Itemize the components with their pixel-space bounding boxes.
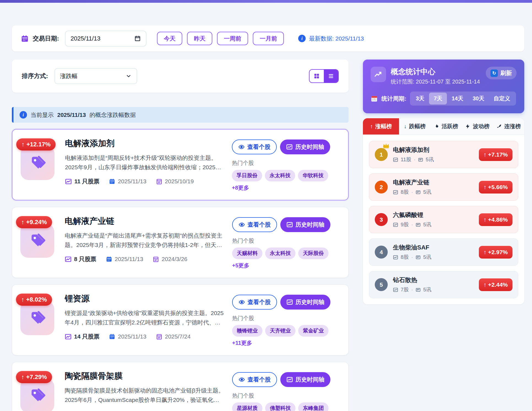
view-stocks-button[interactable]: 查看个股 xyxy=(232,217,277,232)
date-picker-icon[interactable] xyxy=(134,35,141,42)
tab-volatility[interactable]: 波动榜 xyxy=(462,118,493,135)
news-icon xyxy=(416,255,421,260)
stock-chip[interactable]: 华软科技 xyxy=(298,170,328,181)
arrow-up-icon: ↑ xyxy=(21,219,24,226)
trade-date-input[interactable]: 2025/11/13 xyxy=(65,31,146,47)
concept-card[interactable]: ↑+8.02% 锂资源 锂资源是“政策驱动+供给收缩”双重逻辑共振的投资主题。2… xyxy=(12,284,349,355)
stock-chip[interactable]: 紫金矿业 xyxy=(298,325,329,337)
stock-chip[interactable]: 佛塑科技 xyxy=(265,402,295,411)
stock-chip[interactable]: 孚日股份 xyxy=(232,170,262,181)
concept-card[interactable]: ↑+7.29% 陶瓷隔膜骨架膜 陶瓷隔膜骨架膜是技术创新驱动的固态电池产业链β升… xyxy=(12,362,349,411)
sort-selected-value: 涨跌幅 xyxy=(60,72,77,80)
period-30d[interactable]: 30天 xyxy=(468,93,489,104)
dot-separator: · xyxy=(414,157,416,163)
update-date: 2025/11/13 xyxy=(118,178,146,185)
today-button[interactable]: 今天 xyxy=(157,32,182,45)
change-value: +2.97% xyxy=(488,249,508,256)
tab-active[interactable]: 活跃榜 xyxy=(430,118,462,135)
view-stocks-button[interactable]: 查看个股 xyxy=(232,295,277,310)
change-value: +12.17% xyxy=(26,141,50,148)
week-ago-button[interactable]: 一周前 xyxy=(217,32,248,45)
chart-icon xyxy=(393,287,398,292)
arrow-up-icon: ↑ xyxy=(484,184,487,190)
stock-chip[interactable]: 赣锋锂业 xyxy=(232,325,262,337)
crown-icon xyxy=(382,143,390,149)
chevron-down-icon xyxy=(126,73,132,79)
change-badge: ↑+12.17% xyxy=(16,138,56,151)
hot-stocks-label: 热门个股 xyxy=(232,315,340,322)
news-icon xyxy=(416,222,421,227)
bolt-icon xyxy=(465,124,470,129)
stock-chip[interactable]: 天赐材料 xyxy=(232,248,262,259)
ranking-item[interactable]: 2 电解液产业链 8股 · 5讯 ↑+5.66% xyxy=(369,173,518,201)
tab-losers[interactable]: ↓跌幅榜 xyxy=(399,118,430,135)
arrow-up-icon: ↑ xyxy=(484,249,487,256)
tab-gainers[interactable]: ↑涨幅榜 xyxy=(363,118,399,135)
change-value: +7.17% xyxy=(488,151,508,158)
hot-stocks-label: 热门个股 xyxy=(232,237,340,245)
tab-label: 波动榜 xyxy=(473,123,489,130)
stock-count: 11 只股票 xyxy=(74,178,99,185)
history-timeline-button[interactable]: 历史时间轴 xyxy=(280,295,330,310)
concept-stats: 11股 · 5讯 xyxy=(393,156,434,163)
history-timeline-button[interactable]: 历史时间轴 xyxy=(280,217,330,232)
chart-icon xyxy=(393,255,398,260)
stock-chip[interactable]: 永太科技 xyxy=(265,170,295,181)
hot-stock-chips: 孚日股份 永太科技 华软科技 +8更多 xyxy=(232,170,340,192)
history-timeline-button[interactable]: 历史时间轴 xyxy=(280,372,330,387)
month-ago-button[interactable]: 一月前 xyxy=(253,32,284,45)
chart-icon xyxy=(393,190,398,195)
change-badge: ↑+8.02% xyxy=(16,294,52,306)
sort-select[interactable]: 涨跌幅 xyxy=(55,68,137,84)
period-label: 统计周期: xyxy=(381,95,406,103)
more-stocks-link[interactable]: +5更多 xyxy=(232,262,249,269)
change-value: +7.29% xyxy=(26,374,47,381)
period-custom[interactable]: 自定义 xyxy=(489,93,515,104)
tag-icon xyxy=(29,310,46,327)
view-stocks-button[interactable]: 查看个股 xyxy=(232,139,277,154)
concept-description: 陶瓷隔膜骨架膜是技术创新驱动的固态电池产业链β升级主题。2025年6月，Quan… xyxy=(65,386,225,405)
list-view-button[interactable] xyxy=(324,70,338,82)
ranking-item[interactable]: 1 电解液添加剂 11股 · 5讯 ↑+7.17% xyxy=(369,141,518,168)
period-7d[interactable]: 7天 xyxy=(429,93,447,104)
concept-title: 锂资源 xyxy=(65,293,225,304)
list-icon xyxy=(328,73,334,79)
concept-card[interactable]: ↑+12.17% 电解液添加剂 电解液添加剂是“周期反转+技术升级”双轮驱动的投… xyxy=(12,129,349,200)
period-3d[interactable]: 3天 xyxy=(411,93,429,104)
ranking-item[interactable]: 5 钻石散热 7股 · 5讯 ↑+2.44% xyxy=(369,271,518,298)
stocks-chart-icon xyxy=(65,333,72,340)
grid-view-button[interactable] xyxy=(310,70,324,82)
change-value: +8.02% xyxy=(26,296,47,303)
concept-name: 六氟磷酸锂 xyxy=(393,211,431,219)
tag-tile xyxy=(20,301,54,335)
view-toggle xyxy=(309,69,339,83)
tag-tile xyxy=(21,146,55,180)
more-stocks-link[interactable]: +8更多 xyxy=(232,184,249,192)
concept-card[interactable]: ↑+9.24% 电解液产业链 电解液产业链是“产能出清尾声+需求复苏初期”的拐点… xyxy=(12,207,349,278)
period-14d[interactable]: 14天 xyxy=(447,93,468,104)
tag-icon xyxy=(29,387,46,404)
refresh-button[interactable]: ↻ 刷新 xyxy=(486,67,517,79)
arrow-up-icon: ↑ xyxy=(484,216,487,223)
rank-number: 1 xyxy=(375,148,388,161)
mini-calendar-icon xyxy=(371,95,378,102)
more-stocks-link[interactable]: +11更多 xyxy=(232,339,252,347)
stock-chip[interactable]: 天齐锂业 xyxy=(265,325,295,337)
arrow-up-icon: ↑ xyxy=(484,281,487,288)
stock-chip[interactable]: 星源材质 xyxy=(232,402,262,411)
history-timeline-button[interactable]: 历史时间轴 xyxy=(280,139,330,154)
stock-chip[interactable]: 东峰集团 xyxy=(298,402,329,411)
stock-count: 8股 xyxy=(401,254,409,261)
hot-stocks-label: 热门个股 xyxy=(232,159,340,167)
news-count: 5讯 xyxy=(426,156,434,163)
stock-chip[interactable]: 天际股份 xyxy=(298,248,329,259)
tab-streak[interactable]: 连涨榜 xyxy=(493,118,524,135)
stock-chip[interactable]: 永太科技 xyxy=(265,248,295,259)
yesterday-button[interactable]: 昨天 xyxy=(187,32,212,45)
ranking-item[interactable]: 3 六氟磷酸锂 9股 · 5讯 ↑+4.86% xyxy=(369,206,518,233)
ranking-item[interactable]: 4 生物柴油SAF 8股 · 5讯 ↑+2.97% xyxy=(369,238,518,266)
timeline-chart-icon xyxy=(286,144,293,150)
hot-stock-chips: 天赐材料 永太科技 天际股份 +5更多 xyxy=(232,248,340,269)
arrow-up-icon: ↑ xyxy=(21,296,24,303)
view-stocks-button[interactable]: 查看个股 xyxy=(232,372,277,387)
